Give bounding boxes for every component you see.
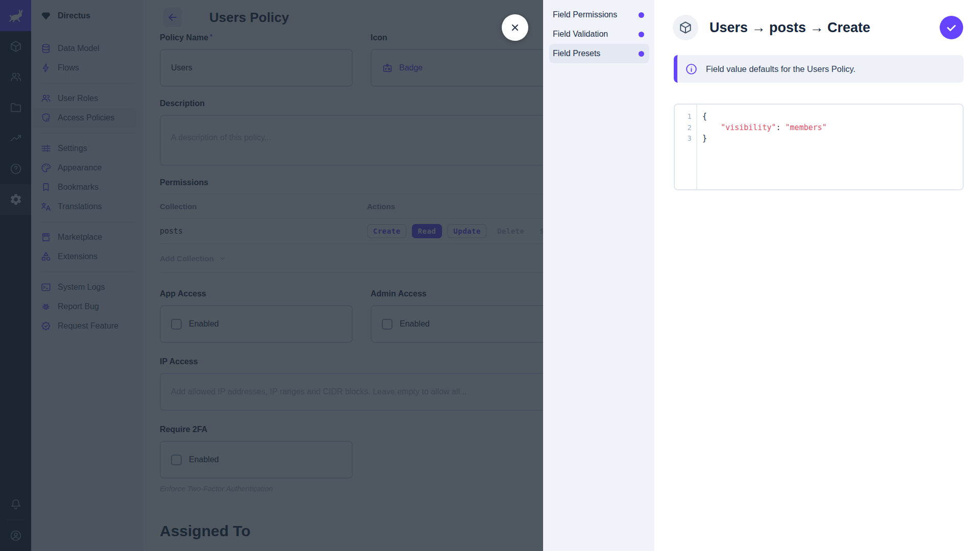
line-number: 1	[675, 111, 696, 122]
json-key: "visibility"	[721, 123, 776, 132]
tab-field-validation[interactable]: Field Validation	[549, 24, 649, 44]
status-dot-icon	[639, 51, 644, 57]
close-icon	[509, 21, 521, 34]
drawer-header: Users → posts → Create	[654, 0, 980, 40]
drawer: Field Permissions Field Validation Field…	[543, 0, 980, 551]
check-icon	[945, 21, 958, 34]
directus-app: Directus Data Model Flows	[0, 0, 980, 551]
info-icon	[685, 63, 698, 76]
code-line: }	[702, 133, 963, 144]
info-notice: Field value defaults for the Users Polic…	[674, 55, 964, 83]
drawer-panel: Users → posts → Create Field value defau…	[654, 0, 980, 551]
tab-field-permissions[interactable]: Field Permissions	[549, 5, 649, 24]
drawer-tab-list: Field Permissions Field Validation Field…	[543, 0, 654, 551]
code-line: "visibility": "members"	[702, 122, 963, 134]
line-number: 3	[675, 133, 696, 144]
code-editor[interactable]: 1 2 3 { "visibility": "members" }	[674, 104, 964, 190]
cube-icon	[678, 20, 693, 35]
code-line: {	[702, 111, 963, 122]
drawer-header-badge	[673, 15, 698, 40]
drawer-close-button[interactable]	[502, 14, 528, 41]
code-area[interactable]: { "visibility": "members" }	[697, 105, 963, 189]
status-dot-icon	[639, 12, 644, 18]
tab-label: Field Validation	[553, 30, 608, 39]
json-value: "members"	[786, 123, 827, 132]
save-button[interactable]	[940, 16, 963, 39]
tab-field-presets[interactable]: Field Presets	[549, 44, 649, 63]
notice-text: Field value defaults for the Users Polic…	[706, 64, 855, 74]
tab-label: Field Presets	[553, 49, 600, 58]
drawer-title: Users → posts → Create	[709, 20, 870, 36]
line-number-gutter: 1 2 3	[675, 105, 697, 189]
line-number: 2	[675, 122, 696, 134]
tab-label: Field Permissions	[553, 10, 617, 19]
status-dot-icon	[639, 32, 644, 37]
